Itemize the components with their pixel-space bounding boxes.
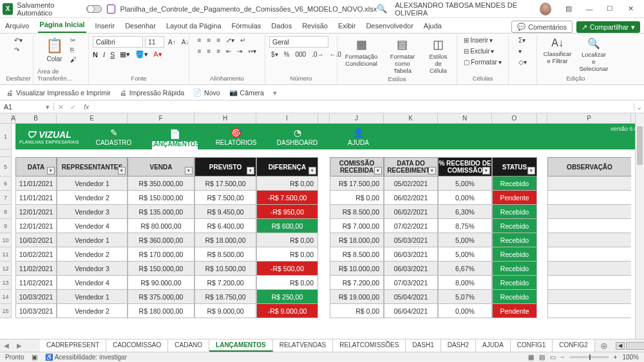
copy-icon[interactable]: ⎘ [68,46,79,54]
cell-diferenca[interactable]: R$ 0,00 [256,247,318,262]
cell-rep[interactable]: Vendedor 1 [57,176,128,191]
col-h[interactable]: H [194,113,256,123]
cell-status[interactable]: Recebido [492,276,537,290]
col-e[interactable]: E [57,113,128,123]
cell-style-button[interactable]: ◫Estilos de Célula [424,36,453,75]
ribbon-opts-icon[interactable]: ▨ [558,0,578,18]
formula-expand-icon[interactable]: ⌄ [634,103,644,111]
table-row[interactable]: 12/01/2021Vendedor 4R$ 80.000,00R$ 6.400… [15,219,644,233]
maximize-button[interactable]: ☐ [600,0,620,18]
cell-previsto[interactable]: R$ 6.400,00 [194,219,256,233]
table-row[interactable]: 10/02/2021Vendedor 1R$ 360.000,00R$ 18.0… [15,233,644,247]
cell-diferenca[interactable]: -R$ 9.000,00 [256,304,318,318]
tab-desenhar[interactable]: Desenhar [124,19,157,33]
tab-formulas[interactable]: Fórmulas [231,19,263,33]
tab-revisao[interactable]: Revisão [301,19,329,33]
format-cells-button[interactable]: ▢ Formatar ▾ [462,58,504,66]
percent-icon[interactable]: % [282,50,292,59]
cell-data[interactable]: 11/02/2021 [15,262,57,276]
tab-arquivo[interactable]: Arquivo [4,19,30,33]
cell-obs[interactable] [547,276,631,290]
cell-data[interactable]: 11/01/2021 [15,176,57,191]
sheet-tab[interactable]: CADANO [168,339,209,352]
th-venda[interactable]: VENDA▾ [128,157,194,176]
autosum-icon[interactable]: Σ▾ [516,36,527,44]
cell-obs[interactable] [547,219,631,233]
hscroll-track[interactable] [626,342,644,350]
cell-data-rec[interactable]: 05/04/2021 [384,290,438,304]
qat-quick-print[interactable]: 🖨 Impressão Rápida [120,89,184,97]
cell-comissao[interactable]: R$ 0,00 [330,191,384,205]
clear-icon[interactable]: ◇▾ [516,58,529,66]
cell-diferenca[interactable]: R$ 250,00 [256,290,318,304]
cell-data-rec[interactable]: 05/02/2021 [384,176,438,191]
cell-obs[interactable] [547,233,631,247]
cell-venda[interactable]: R$ 135.000,00 [128,205,194,219]
nav-lancamentos[interactable]: 📄LANÇAMENTOS [144,128,205,146]
cell-rep[interactable]: Vendedor 3 [57,205,128,219]
cell-venda[interactable]: R$ 90.000,00 [128,276,194,290]
cell-previsto[interactable]: R$ 7.500,00 [194,191,256,205]
cell-previsto[interactable]: R$ 9.000,00 [194,304,256,318]
status-accessibility[interactable]: ♿ Acessibilidade: investigar [45,354,127,361]
border-icon[interactable]: ▦▾ [120,50,130,59]
cell-status[interactable]: Recebido [492,205,537,219]
sheet-nav-next[interactable]: ▶ [13,342,26,349]
table-row[interactable]: 12/01/2021Vendedor 3R$ 135.000,00R$ 9.45… [15,205,644,219]
cell-status[interactable]: Recebido [492,247,537,262]
cell-previsto[interactable]: R$ 17.500,00 [194,176,256,191]
cell-venda[interactable]: R$ 180.000,00 [128,304,194,318]
cell-rep[interactable]: Vendedor 2 [57,247,128,262]
col-k[interactable]: K [384,113,438,123]
merge-icon[interactable]: ⇔▾ [246,47,258,55]
cell-previsto[interactable]: R$ 10.500,00 [194,262,256,276]
table-row[interactable]: 10/03/2021Vendedor 1R$ 375.000,00R$ 18.7… [15,290,644,304]
sheet-tab[interactable]: CADCOMISSAO [106,339,168,352]
cell-comissao[interactable]: R$ 17.500,00 [330,176,384,191]
bold-icon[interactable]: N [93,51,98,59]
minimize-button[interactable]: — [579,0,600,18]
status-macro-icon[interactable]: ▣ [32,354,37,361]
nav-ajuda[interactable]: 👤AJUDA [328,128,389,146]
cell-diferenca[interactable]: R$ 0,00 [256,233,318,247]
select-all-corner[interactable] [0,113,12,123]
nav-dashboard[interactable]: ◔DASHBOARD [267,128,328,146]
nav-cadastro[interactable]: ✎CADASTRO [83,128,144,146]
cell-data-rec[interactable]: 07/03/2021 [384,276,438,290]
cell-rep[interactable]: Vendedor 3 [57,262,128,276]
view-normal-icon[interactable]: ▦ [528,354,534,361]
qat-print-preview[interactable]: 🖨 Visualizar Impressão e Imprimir [6,89,111,97]
col-f[interactable]: F [128,113,194,123]
indent-dec-icon[interactable]: ⇤ [224,47,233,55]
th-rep[interactable]: REPRESENTANTES▾ [57,157,128,176]
zoom-in[interactable]: + [614,354,618,361]
cell-data[interactable]: 12/01/2021 [15,219,57,233]
table-row[interactable]: 11/02/2021Vendedor 4R$ 90.000,00R$ 7.200… [15,276,644,290]
cell-comissao[interactable]: R$ 0,00 [330,304,384,318]
cell-rep[interactable]: Vendedor 2 [57,191,128,205]
cell-obs[interactable] [547,205,631,219]
close-button[interactable]: ✕ [621,0,641,18]
cell-data[interactable]: 12/01/2021 [15,205,57,219]
italic-icon[interactable]: I [103,51,105,59]
sheet-tab[interactable]: RELATCOMISSÕES [333,339,406,352]
cell-status[interactable]: Recebido [492,176,537,191]
fill-color-icon[interactable]: 🪣▾ [135,50,148,59]
table-row[interactable]: 11/01/2021Vendedor 1R$ 350.000,00R$ 17.5… [15,176,644,191]
cell-status[interactable]: Recebido [492,219,537,233]
insert-cells-button[interactable]: ⊞ Inserir ▾ [462,36,495,44]
cell-data[interactable]: 10/02/2021 [15,247,57,262]
cell-status[interactable]: Pendente [492,304,537,318]
font-size-select[interactable]: 11 [145,36,164,48]
cell-data-rec[interactable]: 06/02/2021 [384,191,438,205]
tab-dados[interactable]: Dados [270,19,293,33]
cell-venda[interactable]: R$ 360.000,00 [128,233,194,247]
cell-obs[interactable] [547,304,631,318]
zoom-level[interactable]: 100% [622,354,639,361]
cell-venda[interactable]: R$ 170.000,00 [128,247,194,262]
cell-comissao[interactable]: R$ 10.000,00 [330,262,384,276]
tab-ajuda[interactable]: Ajuda [422,19,443,33]
cell-diferenca[interactable]: -R$ 7.500,00 [256,191,318,205]
align-center-icon[interactable]: ≡ [205,47,213,55]
th-comissao[interactable]: COMISSÃO RECEBIDA▾ [330,157,384,176]
